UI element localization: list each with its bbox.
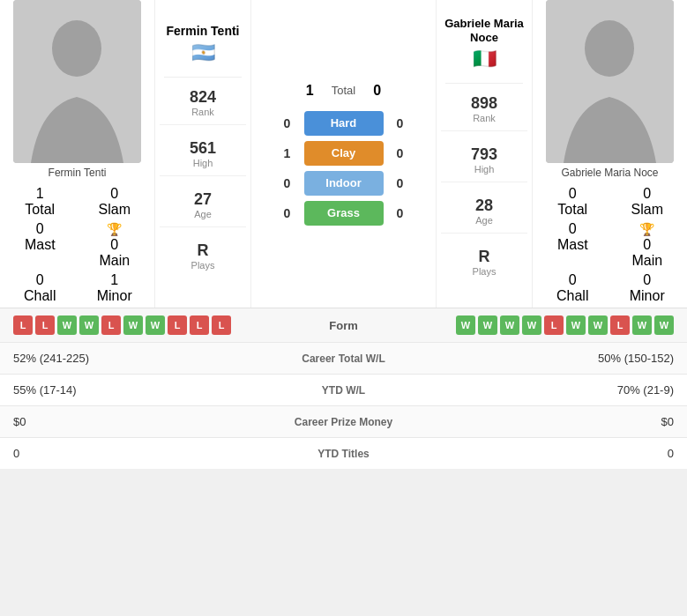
grass-court-row: 0 Grass 0 (256, 201, 431, 226)
right-main-val: 0 (615, 237, 681, 253)
grass-badge: Grass (304, 201, 384, 226)
grass-right-score: 0 (392, 206, 408, 220)
left-stats-panel: Fermin Tenti 🇦🇷 824 Rank 561 High 27 Age… (154, 0, 251, 308)
right-total-lbl: Total (540, 202, 606, 218)
right-mast-val: 0 (540, 221, 606, 237)
left-high-value: 561 (160, 139, 246, 158)
left-chall-lbl: Chall (7, 288, 73, 304)
left-age-label: Age (160, 209, 246, 219)
total-label: Total (332, 84, 355, 97)
stat-right-val: 50% (150-152) (511, 343, 687, 375)
indoor-court-row: 0 Indoor 0 (256, 171, 431, 196)
stats-table: 52% (241-225) Career Total W/L 50% (150-… (0, 342, 687, 469)
right-total-stat: 0 Total (540, 186, 606, 218)
form-pill: L (35, 315, 55, 335)
stat-center-label: YTD W/L (176, 375, 511, 406)
left-total-val: 1 (7, 186, 73, 202)
stat-right-val: 70% (21-9) (511, 375, 687, 406)
left-player-photo (13, 0, 141, 163)
form-label: Form (329, 319, 358, 332)
right-age-label: Age (441, 215, 527, 226)
stat-left-val: 55% (17-14) (0, 375, 176, 406)
left-chall-stat: 0 Chall (7, 272, 73, 304)
left-total-score: 1 (306, 83, 314, 99)
right-bottom-stats: 0 Total 0 Slam 0 Mast 🏆 0 Main 0 (533, 182, 687, 308)
left-slam-val: 0 (82, 186, 148, 202)
stat-center-label: YTD Titles (176, 438, 511, 470)
right-minor-val: 0 (615, 272, 681, 288)
left-mast-stat: 0 Mast (7, 221, 73, 269)
right-minor-stat: 0 Minor (615, 272, 681, 304)
left-bottom-stats: 1 Total 0 Slam 0 Mast 🏆 0 Main 0 (0, 182, 154, 308)
left-player-panel: Fermin Tenti 1 Total 0 Slam 0 Mast 🏆 0 (0, 0, 154, 308)
right-rank-label: Rank (441, 113, 527, 123)
indoor-badge: Indoor (304, 171, 384, 196)
stats-table-row: 52% (241-225) Career Total W/L 50% (150-… (0, 343, 687, 375)
left-slam-lbl: Slam (82, 202, 148, 218)
right-slam-lbl: Slam (615, 202, 681, 218)
form-pill: L (168, 315, 187, 335)
left-rank-label: Rank (160, 107, 246, 117)
form-pill: W (588, 315, 608, 335)
stat-center-label: Career Prize Money (176, 406, 511, 438)
right-plays-block: R Plays (441, 248, 527, 284)
left-plays-value: R (160, 241, 246, 260)
right-form-pills: WWWWLWWLWW (456, 315, 674, 335)
form-section: LLWWLWWLLL Form WWWWLWWLWW (0, 308, 687, 342)
right-mast-stat: 0 Mast (540, 221, 606, 269)
indoor-left-score: 0 (280, 176, 295, 190)
svg-point-1 (52, 20, 101, 77)
left-slam-stat: 0 Slam (82, 186, 148, 218)
left-player-name-below: Fermin Tenti (41, 163, 114, 182)
left-flag: 🇦🇷 (191, 41, 215, 64)
right-high-value: 793 (441, 145, 527, 164)
left-main-lbl: Main (82, 253, 148, 269)
right-plays-label: Plays (441, 266, 527, 277)
right-chall-lbl: Chall (540, 288, 606, 304)
right-high-label: High (441, 164, 527, 174)
form-pill: W (79, 315, 99, 335)
left-plays-block: R Plays (160, 241, 246, 278)
left-main-stat: 🏆 0 Main (82, 221, 148, 269)
left-chall-val: 0 (7, 272, 73, 288)
right-flag: 🇮🇹 (473, 48, 497, 71)
left-main-val: 0 (82, 237, 148, 253)
stat-center-label: Career Total W/L (176, 343, 511, 375)
form-pill: W (478, 315, 497, 335)
right-main-lbl: Main (615, 253, 681, 269)
indoor-right-score: 0 (392, 176, 408, 190)
stats-table-row: 0 YTD Titles 0 (0, 438, 687, 470)
form-pill: L (190, 315, 209, 335)
form-pill: L (610, 315, 630, 335)
total-row: 1 Total 0 (306, 83, 381, 99)
stats-table-row: 55% (17-14) YTD W/L 70% (21-9) (0, 375, 687, 406)
clay-right-score: 0 (392, 146, 408, 160)
grass-left-score: 0 (280, 206, 295, 220)
left-minor-lbl: Minor (82, 288, 148, 304)
right-mast-lbl: Mast (540, 237, 606, 253)
right-player-name-below: Gabriele Maria Noce (554, 163, 665, 182)
clay-court-row: 1 Clay 0 (256, 141, 431, 166)
stat-right-val: $0 (511, 406, 687, 438)
right-rank-block: 898 Rank (441, 94, 527, 131)
left-high-label: High (160, 158, 246, 168)
form-pill: W (500, 315, 519, 335)
form-pill: W (57, 315, 77, 335)
right-chall-val: 0 (540, 272, 606, 288)
hard-court-row: 0 Hard 0 (256, 111, 431, 136)
form-pill: W (566, 315, 586, 335)
right-total-score: 0 (373, 83, 381, 99)
form-pill: W (146, 315, 165, 335)
form-pill: W (632, 315, 652, 335)
left-form-pills: LLWWLWWLLL (13, 315, 231, 335)
right-main-stat: 🏆 0 Main (615, 221, 681, 269)
left-total-stat: 1 Total (7, 186, 73, 218)
left-rank-value: 824 (160, 88, 246, 107)
hard-left-score: 0 (280, 116, 295, 130)
left-player-name: Fermin Tenti (167, 24, 240, 38)
left-mast-lbl: Mast (7, 237, 73, 253)
form-pill: L (212, 315, 231, 335)
form-pill: L (544, 315, 564, 335)
form-pill: L (13, 315, 33, 335)
form-pill: W (654, 315, 674, 335)
